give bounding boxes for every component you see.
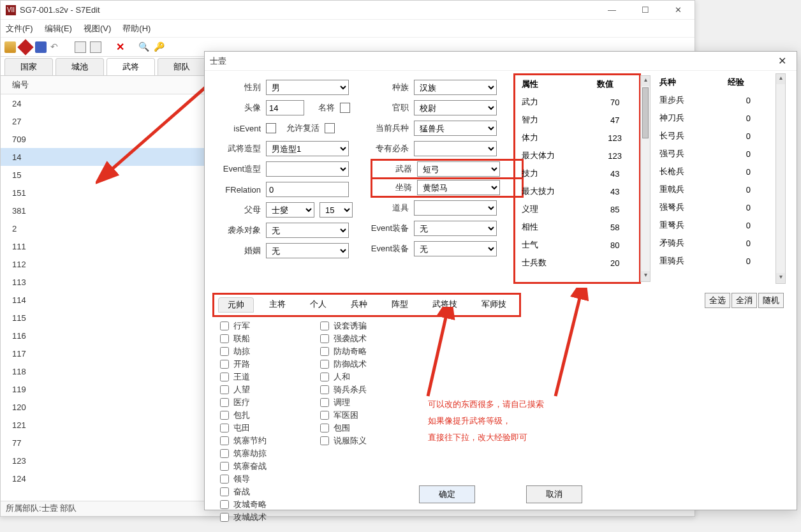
skilltab-general[interactable]: 主将 [260, 297, 295, 313]
select-model[interactable]: 男造型1 [266, 141, 349, 156]
attributes-table[interactable]: 属性 数值 武力70智力47体力123最大体力123技力43最大技力43义理85… [515, 75, 639, 272]
skill-checkbox[interactable]: 强袭战术 [318, 332, 367, 345]
skill-checkbox[interactable]: 屯田 [217, 422, 267, 434]
tab-country[interactable]: 国家 [4, 58, 53, 75]
table-row[interactable]: 重骑兵0 [654, 252, 774, 270]
btn-clear-all[interactable]: 全消 [731, 293, 757, 308]
skill-checkbox[interactable]: 筑寨劫掠 [217, 447, 267, 460]
close-button[interactable]: ✕ [667, 4, 689, 16]
skill-checkbox[interactable]: 包扎 [217, 409, 267, 422]
skilltab-advisor[interactable]: 军师技 [473, 297, 515, 313]
table-row[interactable]: 矛骑兵0 [654, 234, 774, 252]
table-row[interactable]: 士兵数20 [515, 254, 639, 272]
menu-file[interactable]: 文件(F) [6, 23, 33, 34]
skilltab-personal[interactable]: 个人 [301, 297, 335, 313]
open-icon[interactable] [4, 41, 16, 53]
skill-checkbox[interactable]: 筑寨奋战 [217, 460, 267, 473]
table-row[interactable]: 相性58 [515, 218, 639, 236]
table-row[interactable]: 长枪兵0 [654, 163, 774, 181]
skill-checkbox[interactable]: 领导 [217, 473, 267, 485]
skilltab-marshal[interactable]: 元帅 [218, 297, 254, 313]
input-frel[interactable] [266, 182, 349, 197]
table-row[interactable]: 最大技力43 [515, 182, 639, 200]
input-avatar[interactable] [266, 100, 304, 115]
skill-checkbox[interactable]: 行军 [217, 320, 267, 332]
skill-checkbox[interactable]: 骑兵杀兵 [318, 383, 367, 396]
copy-icon[interactable] [75, 41, 86, 53]
select-evequip1[interactable]: 无 [414, 221, 497, 236]
skill-checkbox[interactable]: 攻城战术 [217, 511, 267, 524]
menu-view[interactable]: 视图(V) [84, 23, 111, 34]
table-row[interactable]: 义理85 [515, 200, 639, 218]
select-curtroop[interactable]: 猛兽兵 [414, 121, 497, 136]
skill-checkbox[interactable]: 防劫奇略 [318, 345, 367, 358]
ok-button[interactable]: 确定 [419, 485, 475, 503]
checkbox-revive[interactable] [325, 123, 335, 133]
table-row[interactable]: 武力70 [515, 93, 639, 111]
btn-random[interactable]: 随机 [758, 293, 784, 308]
skill-checkbox[interactable]: 说服陈义 [318, 434, 367, 447]
select-office[interactable]: 校尉 [414, 100, 497, 115]
scroll-thumb[interactable] [642, 87, 649, 138]
skill-checkbox[interactable]: 军医困 [318, 409, 367, 422]
scroll-down-icon[interactable]: ▾ [641, 271, 650, 281]
select-unique[interactable] [414, 141, 497, 156]
skilltab-genskill[interactable]: 武将技 [423, 297, 466, 313]
table-row[interactable]: 最大体力123 [515, 147, 639, 165]
select-parent-id[interactable]: 15 [320, 202, 353, 218]
table-row[interactable]: 智力47 [515, 111, 639, 129]
key-icon[interactable]: 🔑 [154, 41, 165, 53]
skill-checkbox[interactable]: 调理 [318, 396, 367, 409]
scrollbar[interactable]: ▴ ▾ [775, 73, 786, 284]
btn-select-all[interactable]: 全选 [705, 293, 730, 308]
checkbox-famous[interactable] [340, 103, 350, 113]
skill-checkbox[interactable]: 防御战术 [318, 358, 367, 371]
select-race[interactable]: 汉族 [414, 80, 497, 95]
skill-checkbox[interactable]: 筑寨节约 [217, 434, 267, 447]
tab-general[interactable]: 武将 [107, 58, 155, 75]
col-id[interactable]: 编号 [1, 76, 203, 94]
table-row[interactable]: 技力43 [515, 165, 639, 182]
scroll-down-icon[interactable]: ▾ [776, 273, 785, 283]
skilltab-formation[interactable]: 阵型 [383, 297, 417, 313]
minimize-button[interactable]: — [600, 4, 624, 16]
close-icon[interactable]: ✕ [773, 55, 791, 67]
skill-checkbox[interactable]: 人望 [217, 383, 267, 396]
skilltab-troop[interactable]: 兵种 [342, 297, 376, 313]
select-gender[interactable]: 男 [266, 80, 349, 95]
scroll-up-icon[interactable]: ▴ [641, 76, 650, 86]
cancel-button[interactable]: 取消 [526, 485, 582, 503]
table-row[interactable]: 强弩兵0 [654, 198, 774, 216]
select-evmodel[interactable] [266, 161, 349, 177]
search-icon[interactable]: 🔍 [138, 41, 150, 53]
paste-icon[interactable] [90, 41, 101, 53]
table-row[interactable]: 强弓兵0 [654, 145, 774, 163]
checkbox-isevent[interactable] [266, 123, 276, 133]
table-row[interactable]: 神刀兵0 [654, 109, 774, 127]
maximize-button[interactable]: ☐ [634, 4, 657, 16]
skill-checkbox[interactable]: 人和 [318, 371, 367, 383]
troops-table[interactable]: 兵种 经验 重步兵0神刀兵0长弓兵0强弓兵0长枪兵0重戟兵0强弩兵0重弩兵0矛骑… [654, 73, 774, 270]
table-row[interactable]: 重弩兵0 [654, 216, 774, 234]
table-row[interactable]: 士气80 [515, 236, 639, 254]
select-mount[interactable]: 黄鬃马 [417, 180, 500, 195]
menu-help[interactable]: 帮助(H) [122, 23, 151, 34]
skill-checkbox[interactable]: 王道 [217, 371, 267, 383]
scrollbar[interactable]: ▴ ▾ [640, 75, 650, 282]
scroll-up-icon[interactable]: ▴ [776, 74, 785, 84]
select-item[interactable] [414, 200, 497, 216]
select-marriage[interactable]: 无 [266, 243, 349, 258]
skill-checkbox[interactable]: 联船 [217, 332, 267, 345]
skill-checkbox[interactable]: 劫掠 [217, 345, 267, 358]
save-icon[interactable] [35, 41, 47, 53]
skill-checkbox[interactable]: 包围 [318, 422, 367, 434]
table-row[interactable]: 重步兵0 [654, 91, 774, 109]
skill-checkbox[interactable]: 开路 [217, 358, 267, 371]
select-evequip2[interactable]: 无 [414, 241, 497, 256]
table-row[interactable]: 重戟兵0 [654, 181, 774, 198]
tab-city[interactable]: 城池 [55, 58, 104, 75]
undo-icon[interactable]: ↶ [50, 41, 62, 53]
skill-checkbox[interactable]: 设套诱骗 [318, 320, 367, 332]
tab-unit[interactable]: 部队 [158, 58, 206, 75]
select-parent-name[interactable]: 士燮 [266, 202, 314, 218]
